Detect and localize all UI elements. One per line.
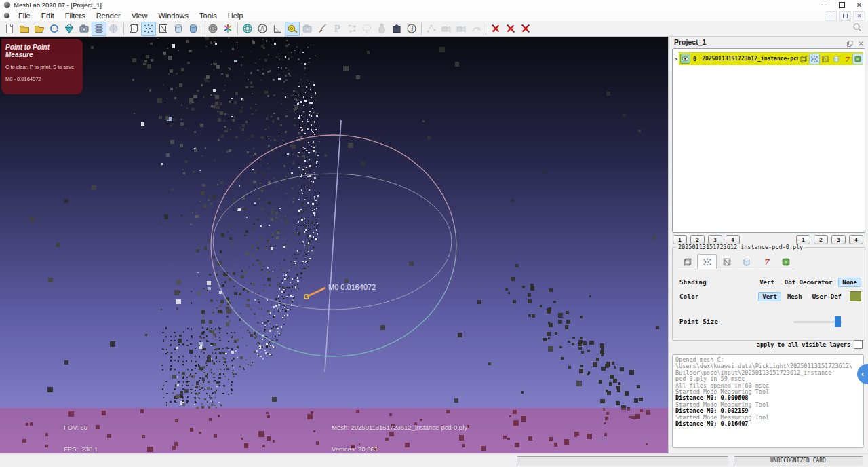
show-layer-dialog-button[interactable] — [92, 22, 106, 36]
menu-item-view[interactable]: View — [126, 10, 153, 21]
pager-left-button-2[interactable]: 2 — [690, 235, 705, 244]
layer-expand-arrow[interactable]: > — [674, 56, 679, 62]
delete-all-button[interactable] — [518, 22, 533, 36]
z-painting-button[interactable] — [315, 22, 330, 36]
pager-right-button-2[interactable]: 2 — [814, 235, 828, 244]
geomf-plugin-button[interactable] — [389, 22, 404, 36]
lasso-selection-button — [359, 22, 374, 36]
shading-option-none[interactable]: None — [838, 278, 861, 287]
log-distance-line: Distance M0: 0.016407 — [675, 421, 861, 427]
layer-flat-button[interactable] — [831, 54, 842, 64]
pager-right-button-1[interactable]: 1 — [796, 235, 810, 244]
color-row: Color VertMeshUser-Def — [679, 291, 861, 301]
tab-points[interactable] — [697, 254, 717, 269]
snapshot-button[interactable] — [77, 22, 92, 36]
open-project-button[interactable] — [17, 22, 32, 36]
layer-color-icon — [854, 55, 862, 63]
render-points-button[interactable] — [141, 22, 156, 36]
color-options: VertMeshUser-Def — [758, 291, 861, 301]
pager-left-button-4[interactable]: 4 — [726, 235, 740, 244]
render-points-icon — [143, 23, 154, 34]
shading-option-vert[interactable]: Vert — [755, 278, 778, 287]
pager-right-button-4[interactable]: 4 — [849, 235, 863, 244]
show-axis-icon — [222, 23, 233, 34]
apply-all-checkbox[interactable] — [854, 340, 863, 349]
delete-faces-button[interactable] — [503, 22, 518, 36]
pager-left-button-3[interactable]: 3 — [708, 235, 722, 244]
layer-row-highlight[interactable]: 0 20250113151723612_instance-pcd-0 * 7 — [679, 52, 863, 65]
tab-wireframe[interactable] — [717, 254, 736, 269]
menu-item-help[interactable]: Help — [222, 10, 249, 21]
render-flat-button[interactable] — [186, 22, 201, 36]
pager-right: 1234 — [796, 235, 863, 244]
apply-all-label: apply to all visible layers — [757, 341, 850, 348]
render-bbox-icon — [128, 23, 139, 34]
curve-select-button — [469, 22, 484, 36]
reload-mesh-button[interactable] — [47, 22, 62, 36]
import-mesh-button[interactable] — [32, 22, 47, 36]
restore-button[interactable] — [833, 0, 850, 10]
tab-bbox[interactable] — [677, 254, 697, 269]
shading-option-dot-decorator[interactable]: Dot Decorator — [781, 278, 836, 287]
layer-color-button[interactable] — [852, 54, 863, 64]
show-layer-dialog-icon — [94, 23, 104, 34]
measure-angle-icon — [272, 23, 283, 34]
tab-color[interactable] — [776, 254, 795, 269]
close-button[interactable]: ✕ — [850, 0, 868, 10]
toolbar-separator — [237, 22, 238, 35]
minimize-button[interactable] — [815, 0, 833, 10]
mdi-close-button[interactable]: ✕ — [853, 11, 865, 21]
layer-wireframe-button[interactable] — [820, 54, 831, 64]
layer-bbox-button[interactable] — [798, 54, 809, 64]
show-trackball-button[interactable] — [240, 22, 255, 36]
layer-visibility-toggle[interactable] — [680, 54, 690, 64]
mesh-info-button[interactable]: i — [404, 22, 419, 36]
color-option-vert[interactable]: Vert — [758, 292, 781, 301]
pager-left-button-1[interactable]: 1 — [673, 235, 687, 244]
show-axis-button[interactable] — [220, 22, 235, 36]
point-size-row: Point Size — [679, 318, 861, 325]
layer-points-button[interactable] — [809, 54, 820, 64]
tab-flat[interactable] — [736, 254, 756, 269]
pager-right-button-3[interactable]: 3 — [831, 235, 846, 244]
hud-render-info: FOV: 60 FPS: 238.1 BO_RENDERING — [64, 410, 115, 453]
point-size-slider-handle[interactable] — [835, 316, 841, 327]
save-project-button[interactable] — [62, 22, 77, 36]
tab-texture[interactable]: 7 — [756, 254, 776, 269]
point-selection-icon — [347, 23, 357, 34]
menu-item-edit[interactable]: Edit — [36, 10, 60, 21]
mdi-minimize-button[interactable] — [825, 11, 837, 21]
layer-texture-icon: 7 — [843, 55, 851, 63]
show-labels-button[interactable]: A — [255, 22, 270, 36]
menu-bar: FileEditFiltersRenderViewWindowsToolsHel… — [0, 10, 868, 22]
curve-select-icon — [471, 23, 481, 34]
render-smooth-button[interactable] — [205, 22, 220, 36]
menu-item-windows[interactable]: Windows — [153, 10, 194, 21]
render-hidden-lines-button[interactable] — [171, 22, 186, 36]
user-def-color-swatch[interactable] — [850, 291, 861, 301]
measure-angle-button[interactable] — [270, 22, 285, 36]
menu-item-file[interactable]: File — [13, 10, 36, 21]
color-option-user-def[interactable]: User-Def — [808, 292, 846, 301]
mdi-restore-button[interactable] — [839, 11, 851, 21]
3d-viewport[interactable]: Point to Point Measure C to clear, P to … — [0, 37, 668, 453]
menu-item-tools[interactable]: Tools — [194, 10, 222, 21]
render-bbox-button[interactable] — [126, 22, 141, 36]
layer-texture-button[interactable]: 7 — [842, 54, 852, 64]
menu-item-filters[interactable]: Filters — [60, 10, 91, 21]
mdi-window-controls: ✕ — [825, 11, 865, 21]
point-size-slider[interactable] — [793, 321, 842, 323]
color-option-mesh[interactable]: Mesh — [783, 292, 806, 301]
render-wireframe-button[interactable] — [156, 22, 171, 36]
new-project-button[interactable] — [2, 22, 17, 36]
mdi-child-icon — [4, 13, 9, 18]
svg-text:7: 7 — [845, 55, 850, 62]
search-icon[interactable] — [852, 22, 862, 35]
delete-vertices-button[interactable] — [488, 22, 503, 36]
measure-overlay-hint: C to clear, P to print, S to save — [5, 64, 79, 70]
measure-tool-button[interactable] — [285, 22, 300, 36]
shading-label: Shading — [679, 279, 707, 286]
point-selection-button — [344, 22, 359, 36]
menu-item-render[interactable]: Render — [91, 10, 126, 21]
layer-row[interactable]: > 0 20250113151723612_instance-pcd-0 * 7 — [674, 52, 863, 65]
